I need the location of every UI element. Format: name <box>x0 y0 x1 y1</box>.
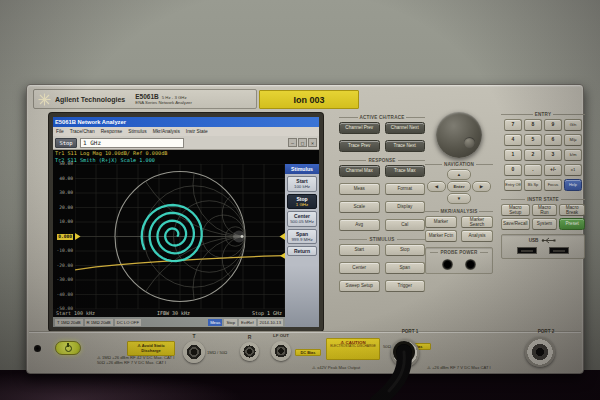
key-x1[interactable]: x1 <box>564 164 582 176</box>
arrow-down-key[interactable]: ▼ <box>447 193 471 204</box>
softkey-value: 500.05 MHz <box>288 219 316 225</box>
button-display[interactable]: Display <box>385 201 426 213</box>
arrow-up-key[interactable]: ▲ <box>447 169 471 180</box>
maximize-button[interactable]: □ <box>298 138 307 147</box>
y-tick-label: 30.00 <box>59 190 73 196</box>
power-button[interactable] <box>55 341 81 355</box>
menu-item-file[interactable]: File <box>56 129 64 134</box>
button-analysis[interactable]: Analysis <box>461 230 493 242</box>
button-span[interactable]: Span <box>385 262 426 274</box>
button-marker-search[interactable]: Marker Search <box>461 216 493 228</box>
menu-item-response[interactable]: Response <box>101 129 123 134</box>
key-1[interactable]: 1 <box>504 149 522 161</box>
softkey-label: Return <box>288 248 316 254</box>
menu-item-instr-state[interactable]: Instr State <box>186 129 208 134</box>
frequency-entry-field[interactable]: 1 GHz <box>80 138 184 148</box>
trace-definitions: Tr1 S11 Log Mag 10.00dB/ Ref 0.000dB Tr2… <box>53 150 319 164</box>
button-channel-next[interactable]: Channel Next <box>385 122 426 134</box>
usb-port <box>517 247 537 254</box>
peak-output-note: ⚠ ±42V Peak Max Output <box>312 365 360 370</box>
key-5[interactable]: 5 <box>524 134 542 146</box>
button-channel-max[interactable]: Channel Max <box>339 165 380 177</box>
rf-rating-note: ⚠ +26 dBm RF 7 V DC Max CAT I <box>427 365 491 370</box>
key-8[interactable]: 8 <box>524 119 542 131</box>
key-focus[interactable]: Focus <box>544 179 562 191</box>
key-3[interactable]: 3 <box>544 149 562 161</box>
button-stop[interactable]: Stop <box>385 244 426 256</box>
section-label-stimulus: STIMULUS <box>339 237 425 242</box>
ground-hole <box>34 345 41 352</box>
stimulus-buttons: StartStopCenterSpanSweep SetupTrigger <box>339 244 425 292</box>
menu-item-mkr-analysis[interactable]: Mkr/Analysis <box>153 129 180 134</box>
softkey-start[interactable]: Start100 kHz <box>287 176 317 192</box>
button-cal[interactable]: Cal <box>385 219 426 231</box>
softkey-stop[interactable]: Stop1 GHz <box>287 194 317 210</box>
rotary-knob[interactable] <box>436 112 482 158</box>
key-item[interactable]: . <box>524 164 542 176</box>
button-trace-next[interactable]: Trace Next <box>385 140 426 152</box>
enter-key[interactable]: Enter <box>447 181 471 192</box>
window-title: E5061B Network Analyzer <box>53 117 319 127</box>
arrow-left-key[interactable]: ◀ <box>427 181 446 192</box>
button-sweep-setup[interactable]: Sweep Setup <box>339 280 380 292</box>
button-trace-max[interactable]: Trace Max <box>385 165 426 177</box>
softkey-return[interactable]: Return <box>287 246 317 256</box>
button-marker-fctn[interactable]: Marker Fctn <box>425 230 457 242</box>
key-g-n[interactable]: G/n <box>564 119 582 131</box>
status-segment-dc-lo-off: DC LO OFF <box>115 319 141 326</box>
key-9[interactable]: 9 <box>544 119 562 131</box>
button-channel-prev[interactable]: Channel Prev <box>339 122 380 134</box>
menu-item-stimulus[interactable]: Stimulus <box>128 129 146 134</box>
dc-bias-label-1: DC Bias <box>295 349 321 356</box>
stop-field-label[interactable]: Stop <box>55 138 77 148</box>
button-marker[interactable]: Marker <box>425 216 457 228</box>
photo-scene: Agilent Technologies E5061B 5 Hz - 3 GHz… <box>0 0 600 400</box>
instr-state-buttons: Macro SetupMacro RunMacro BreakSave/Reca… <box>501 204 585 230</box>
close-button[interactable]: × <box>308 138 317 147</box>
trace2-definition: Tr2 S11 Smith (R+jX) Scale 1.000 <box>55 157 317 164</box>
softkey-value: 999.9 MHz <box>288 237 316 243</box>
arrow-right-key[interactable]: ▶ <box>472 181 491 192</box>
key-k-m[interactable]: k/m <box>564 149 582 161</box>
button-save-recall[interactable]: Save/Recall <box>501 218 530 230</box>
caution-subtitle: ELECTROSTATIC DISCHARGE <box>328 345 378 349</box>
button-system[interactable]: System <box>532 218 558 230</box>
button-preset[interactable]: Preset <box>559 218 585 230</box>
y-tick-label: -50.00 <box>56 306 73 312</box>
button-macro-setup[interactable]: Macro Setup <box>501 204 530 216</box>
probe-power-jack <box>465 259 476 270</box>
key-7[interactable]: 7 <box>504 119 522 131</box>
status-segment-meas: Meas <box>208 319 222 326</box>
impedance-label: 1MΩ / 50Ω <box>207 350 227 355</box>
button-center[interactable]: Center <box>339 262 380 274</box>
button-avg[interactable]: Avg <box>339 219 380 231</box>
key-entry-off[interactable]: Entry Off <box>504 179 522 191</box>
port1-connector <box>391 339 419 367</box>
key-bk-sp[interactable]: Bk Sp <box>524 179 542 191</box>
button-format[interactable]: Format <box>385 183 426 195</box>
key-6[interactable]: 6 <box>544 134 562 146</box>
button-start[interactable]: Start <box>339 244 380 256</box>
softkey-span[interactable]: Span999.9 MHz <box>287 229 317 245</box>
button-meas[interactable]: Meas <box>339 183 380 195</box>
panel-column-right: ENTRY 789G/n456M/µ123k/m0.+/-x1Entry Off… <box>501 112 585 259</box>
panel-column-left: ACTIVE CH/TRACE Channel PrevChannel Next… <box>339 115 425 298</box>
button-macro-run[interactable]: Macro Run <box>532 204 558 216</box>
softkey-center[interactable]: Center500.05 MHz <box>287 211 317 227</box>
key-2[interactable]: 2 <box>524 149 542 161</box>
y-axis-labels: 50.0040.0030.0020.0010.000.000-10.00-20.… <box>53 164 75 309</box>
y-tick-label: -30.00 <box>56 277 73 283</box>
key-help[interactable]: Help <box>564 179 582 191</box>
key-4[interactable]: 4 <box>504 134 522 146</box>
key-item[interactable]: +/- <box>544 164 562 176</box>
brand-plate: Agilent Technologies E5061B 5 Hz - 3 GHz… <box>33 89 257 109</box>
panel-column-middle: NAVIGATION ▲ ◀ Enter ▶ ▼ MKR/ANALYSIS Ma… <box>425 112 493 274</box>
button-trigger[interactable]: Trigger <box>385 280 426 292</box>
menu-item-trace-chan[interactable]: Trace/Chan <box>70 129 95 134</box>
button-macro-break[interactable]: Macro Break <box>559 204 585 216</box>
key-0[interactable]: 0 <box>504 164 522 176</box>
key-m[interactable]: M/µ <box>564 134 582 146</box>
button-scale[interactable]: Scale <box>339 201 380 213</box>
button-trace-prev[interactable]: Trace Prev <box>339 140 380 152</box>
minimize-button[interactable]: – <box>288 138 297 147</box>
